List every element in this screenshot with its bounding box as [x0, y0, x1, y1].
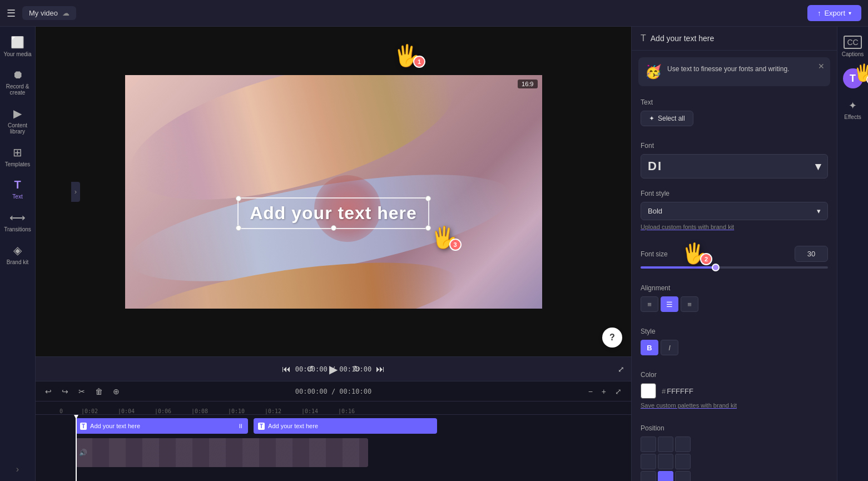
sidebar-item-content-library[interactable]: ▶ Content library — [1, 102, 34, 139]
volume-icon: 🔊 — [79, 449, 87, 457]
pos-cell-3[interactable] — [641, 454, 656, 469]
pos-cell-6[interactable] — [641, 471, 656, 481]
save-custom-palettes-link[interactable]: Save custom palettes with brand kit — [641, 402, 828, 409]
text-overlay[interactable]: Add your text here — [225, 197, 442, 229]
fit-timeline-button[interactable]: ⤢ — [612, 385, 624, 398]
playhead[interactable] — [76, 415, 77, 481]
add-to-timeline-button[interactable]: ⊕ — [110, 385, 122, 398]
pos-cell-4[interactable] — [658, 454, 673, 469]
handle-bottom-right[interactable] — [425, 225, 431, 231]
ruler-mark-1: |0:02 — [81, 408, 118, 414]
delete-button[interactable]: 🗑 — [92, 385, 106, 398]
zoom-out-button[interactable]: − — [586, 385, 596, 398]
position-section: Position — [632, 419, 837, 481]
ruler-mark-4: |0:08 — [191, 408, 228, 414]
sidebar-item-your-media[interactable]: ⬜ Your media — [1, 31, 34, 62]
text-tool-t-icon: T — [850, 73, 856, 85]
sidebar-collapse-btn[interactable]: › — [16, 464, 19, 481]
undo-button[interactable]: ↩ — [42, 385, 54, 398]
pos-cell-1[interactable] — [658, 437, 673, 452]
font-dropdown[interactable]: DI ▾ — [641, 154, 828, 178]
pos-cell-8[interactable] — [675, 471, 691, 481]
menu-icon[interactable]: ☰ — [7, 7, 16, 19]
font-style-label: Font style — [641, 190, 828, 197]
far-right-captions[interactable]: CC Captions — [839, 31, 867, 62]
far-right-text-tool[interactable]: T 🖐 1 — [839, 64, 867, 93]
slider-thumb[interactable] — [712, 264, 720, 271]
sidebar-expand-arrow[interactable]: › — [71, 182, 80, 202]
handle-top-left[interactable] — [236, 196, 241, 201]
sidebar-item-record[interactable]: ⏺ Record & create — [1, 64, 34, 100]
timeline-media-track[interactable]: 🔊 — [76, 438, 368, 467]
effects-label: Effects — [844, 114, 861, 120]
hand-cursor-1: 🖐 — [394, 44, 420, 67]
style-row: B I — [641, 340, 828, 355]
content-library-icon: ▶ — [13, 107, 22, 120]
hint-emoji: 🥳 — [645, 64, 662, 80]
media-icon: ⬜ — [11, 36, 24, 49]
brand-kit-icon: ◈ — [13, 244, 22, 257]
text-track-2-label: Add your text here — [268, 423, 318, 429]
fullscreen-button[interactable]: ⤢ — [618, 365, 624, 374]
right-panel: T Add your text here 🥳 Use text to fines… — [631, 27, 837, 481]
handle-bottom-left[interactable] — [236, 225, 241, 231]
sidebar-item-transitions[interactable]: ⟷ Transitions — [1, 206, 34, 237]
captions-label: Captions — [842, 51, 864, 57]
hint-box: 🥳 Use text to finesse your fonts and wri… — [638, 57, 830, 86]
step-badge-1-right: 1 — [866, 75, 869, 85]
ruler-mark-8: |0:16 — [338, 408, 375, 414]
bold-button[interactable]: B — [641, 340, 658, 355]
right-panel-header: T Add your text here — [632, 27, 837, 51]
upload-custom-fonts-link[interactable]: Upload custom fonts with brand kit — [641, 224, 828, 230]
sidebar-label-record: Record & create — [3, 83, 32, 96]
align-center-button[interactable]: ☰ — [661, 296, 678, 312]
select-all-button[interactable]: ✦ Select all — [641, 111, 693, 126]
sidebar-item-templates[interactable]: ⊞ Templates — [1, 141, 34, 172]
font-size-input[interactable] — [795, 246, 828, 262]
hint-close-button[interactable]: ✕ — [818, 62, 825, 71]
redo-button[interactable]: ↪ — [59, 385, 71, 398]
text-track-1-icon: T — [80, 423, 87, 430]
align-right-button[interactable]: ≡ — [681, 296, 698, 312]
sidebar-item-text[interactable]: T Text — [1, 174, 34, 204]
timeline-zoom-controls: − + ⤢ — [586, 385, 624, 398]
sidebar-label-text: Text — [12, 194, 22, 200]
ruler-mark-0: 0 — [41, 408, 81, 414]
pos-cell-5[interactable] — [675, 454, 691, 469]
main-area: ⬜ Your media ⏺ Record & create ▶ Content… — [0, 27, 868, 481]
skip-back-button[interactable]: ⏮ — [280, 362, 293, 376]
skip-forward-button[interactable]: ⏭ — [374, 362, 387, 376]
zoom-in-button[interactable]: + — [599, 385, 609, 398]
ruler-mark-3: |0:06 — [155, 408, 191, 414]
sidebar-item-brand-kit[interactable]: ◈ Brand kit — [1, 239, 34, 270]
handle-bottom-middle[interactable] — [331, 225, 336, 231]
export-button[interactable]: ↑ Export ▾ — [807, 5, 861, 21]
timeline-text-track-2[interactable]: T Add your text here — [254, 418, 437, 434]
far-right-effects[interactable]: ✦ Effects — [839, 95, 867, 125]
pos-cell-7[interactable] — [658, 471, 673, 481]
style-section: Style B I — [632, 322, 837, 361]
color-swatch[interactable] — [641, 383, 656, 399]
select-all-icon: ✦ — [649, 115, 654, 122]
transitions-icon: ⟷ — [9, 211, 26, 224]
project-title[interactable]: My video ☁ — [22, 6, 76, 20]
italic-button[interactable]: I — [661, 340, 678, 355]
export-icon: ↑ — [817, 9, 821, 17]
hint-text: Use text to finesse your fonts and writi… — [667, 64, 789, 74]
right-panel-title: Add your text here — [651, 34, 828, 43]
timeline-text-track-1[interactable]: T Add your text here ⏸ — [76, 418, 248, 434]
font-size-slider[interactable] — [641, 266, 828, 269]
align-left-button[interactable]: ≡ — [641, 296, 658, 312]
position-label: Position — [641, 424, 828, 432]
font-style-dropdown[interactable]: Bold ▾ — [641, 202, 828, 220]
text-overlay-text[interactable]: Add your text here — [250, 203, 417, 223]
alignment-row: ≡ ☰ ≡ — [641, 296, 828, 312]
handle-top-right[interactable] — [425, 196, 431, 201]
record-icon: ⏺ — [12, 68, 23, 81]
text-overlay-inner[interactable]: Add your text here — [237, 197, 429, 229]
ruler-mark-6: |0:12 — [265, 408, 301, 414]
pos-cell-2[interactable] — [675, 437, 691, 452]
pos-cell-0[interactable] — [641, 437, 656, 452]
help-button[interactable]: ? — [602, 328, 622, 348]
cut-button[interactable]: ✂ — [76, 385, 88, 398]
